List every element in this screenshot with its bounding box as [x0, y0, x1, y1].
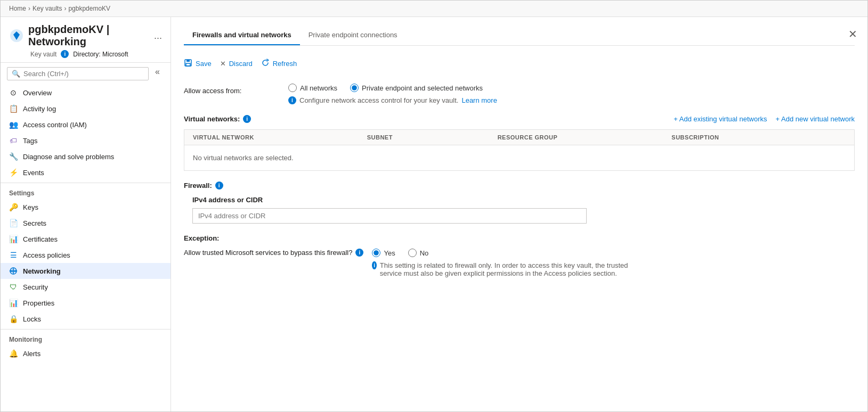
sidebar-item-label: Networking — [23, 267, 61, 275]
resource-type-label: Key vault — [30, 51, 56, 58]
table-empty-message: No virtual networks are selected. — [184, 145, 854, 170]
sidebar-header: pgbkpdemoKV | Networking ... Key vault i… — [1, 17, 171, 63]
sidebar-item-label: Security — [23, 283, 48, 291]
search-input[interactable] — [23, 70, 144, 78]
sidebar-item-label: Properties — [23, 299, 54, 307]
sidebar-item-events[interactable]: ⚡ Events — [1, 164, 171, 180]
sidebar-item-secrets[interactable]: 📄 Secrets — [1, 215, 171, 231]
exception-no-option[interactable]: No — [408, 249, 429, 257]
breadcrumb-resource[interactable]: pgbkpdemoKV — [68, 5, 110, 12]
events-icon: ⚡ — [9, 168, 18, 177]
exception-section: Exception: Allow trusted Microsoft servi… — [184, 234, 855, 277]
exception-no-label: No — [420, 249, 429, 257]
exception-yes-label: Yes — [384, 249, 395, 257]
add-new-vnet-link[interactable]: + Add new virtual network — [776, 115, 855, 123]
virtual-networks-label: Virtual networks: — [184, 115, 240, 123]
sidebar-item-overview[interactable]: ⊙ Overview — [1, 85, 171, 101]
learn-more-link[interactable]: Learn more — [461, 96, 497, 104]
sidebar-item-tags[interactable]: 🏷 Tags — [1, 133, 171, 149]
refresh-label: Refresh — [273, 60, 297, 68]
directory-label: Directory: Microsoft — [73, 51, 128, 58]
sidebar-item-locks[interactable]: 🔒 Locks — [1, 311, 171, 327]
sidebar-item-label: Tags — [23, 137, 37, 145]
collapse-sidebar-button[interactable]: « — [151, 65, 164, 79]
breadcrumb-keyvaults[interactable]: Key vaults — [33, 5, 62, 12]
sidebar-item-activity-log[interactable]: 📋 Activity log — [1, 101, 171, 117]
discard-icon: ✕ — [220, 60, 226, 68]
sidebar-item-networking[interactable]: Networking — [1, 263, 171, 279]
sidebar-item-label: Locks — [23, 315, 41, 323]
sidebar-item-alerts[interactable]: 🔔 Alerts — [1, 345, 171, 361]
firewall-label: Firewall: — [184, 182, 212, 189]
svg-rect-5 — [186, 60, 190, 62]
discard-label: Discard — [229, 60, 253, 68]
content-area: Firewalls and virtual networks Private e… — [171, 17, 867, 411]
save-button[interactable]: Save — [184, 56, 212, 71]
sidebar-item-certificates[interactable]: 📊 Certificates — [1, 231, 171, 247]
sidebar-item-label: Secrets — [23, 219, 46, 227]
discard-button[interactable]: ✕ Discard — [220, 57, 253, 70]
sidebar-item-access-control[interactable]: 👥 Access control (IAM) — [1, 117, 171, 133]
search-box[interactable]: 🔍 — [7, 67, 149, 80]
col-virtual-network: VIRTUAL NETWORK — [193, 134, 367, 141]
private-selected-option[interactable]: Private endpoint and selected networks — [350, 84, 483, 92]
col-resource-group: RESOURCE GROUP — [498, 134, 672, 141]
refresh-button[interactable]: Refresh — [261, 56, 297, 71]
resource-icon — [9, 27, 24, 44]
sidebar: pgbkpdemoKV | Networking ... Key vault i… — [1, 17, 171, 411]
exception-info-icon[interactable]: i — [355, 249, 363, 257]
virtual-networks-table: VIRTUAL NETWORK SUBNET RESOURCE GROUP SU… — [184, 129, 855, 171]
tab-private-endpoints[interactable]: Private endpoint connections — [300, 26, 406, 45]
col-subscription: SUBSCRIPTION — [671, 134, 846, 141]
firewall-info-icon[interactable]: i — [215, 182, 223, 189]
all-networks-radio[interactable] — [288, 84, 297, 92]
sidebar-item-diagnose[interactable]: 🔧 Diagnose and solve problems — [1, 149, 171, 164]
sidebar-item-label: Events — [23, 169, 44, 177]
search-icon: 🔍 — [12, 70, 20, 78]
exception-label: Exception: — [184, 234, 855, 242]
exception-yes-radio[interactable] — [372, 249, 380, 257]
properties-icon: 📊 — [9, 299, 18, 307]
ipv4-input[interactable] — [192, 208, 587, 224]
svg-point-1 — [15, 34, 18, 37]
keys-icon: 🔑 — [9, 203, 18, 211]
toolbar: Save ✕ Discard Refresh — [184, 56, 855, 71]
allow-access-label: Allow access from: — [184, 84, 280, 95]
tab-bar: Firewalls and virtual networks Private e… — [184, 26, 855, 46]
info-icon[interactable]: i — [61, 50, 69, 58]
allow-access-row: Allow access from: All networks Private … — [184, 84, 855, 104]
secrets-icon: 📄 — [9, 219, 18, 227]
virtual-networks-section: Virtual networks: i + Add existing virtu… — [184, 115, 855, 123]
add-existing-vnet-link[interactable]: + Add existing virtual networks — [674, 115, 767, 123]
activity-log-icon: 📋 — [9, 104, 18, 113]
private-selected-radio[interactable] — [350, 84, 359, 92]
resource-name: pgbkpdemoKV | Networking — [28, 23, 150, 48]
private-selected-label: Private endpoint and selected networks — [362, 84, 483, 92]
sidebar-item-label: Diagnose and solve problems — [23, 153, 114, 161]
sidebar-item-security[interactable]: 🛡 Security — [1, 279, 171, 295]
sidebar-item-label: Access policies — [23, 251, 70, 259]
all-networks-option[interactable]: All networks — [288, 84, 337, 92]
exception-no-radio[interactable] — [408, 249, 417, 257]
tab-firewalls[interactable]: Firewalls and virtual networks — [184, 26, 300, 45]
tags-icon: 🏷 — [9, 136, 18, 145]
svg-rect-6 — [186, 63, 190, 66]
networking-icon — [9, 267, 18, 275]
firewall-section: Firewall: i IPv4 address or CIDR — [184, 182, 855, 224]
breadcrumb-home[interactable]: Home — [9, 5, 26, 12]
save-icon — [184, 59, 192, 69]
sidebar-item-properties[interactable]: 📊 Properties — [1, 295, 171, 311]
exception-yes-option[interactable]: Yes — [372, 249, 395, 257]
sidebar-item-label: Access control (IAM) — [23, 121, 87, 129]
sidebar-item-keys[interactable]: 🔑 Keys — [1, 199, 171, 215]
close-button[interactable]: ✕ — [848, 28, 857, 40]
vnet-info-icon[interactable]: i — [243, 115, 251, 123]
sidebar-item-access-policies[interactable]: ☰ Access policies — [1, 247, 171, 263]
access-info-text: Configure network access control for you… — [299, 96, 458, 104]
exception-info-text: This setting is related to firewall only… — [380, 261, 650, 277]
more-options-icon[interactable]: ... — [154, 30, 162, 42]
certificates-icon: 📊 — [9, 235, 18, 243]
breadcrumb: Home › Key vaults › pgbkpdemoKV — [1, 1, 867, 17]
settings-section-label: Settings — [1, 183, 171, 199]
access-policies-icon: ☰ — [9, 251, 18, 259]
